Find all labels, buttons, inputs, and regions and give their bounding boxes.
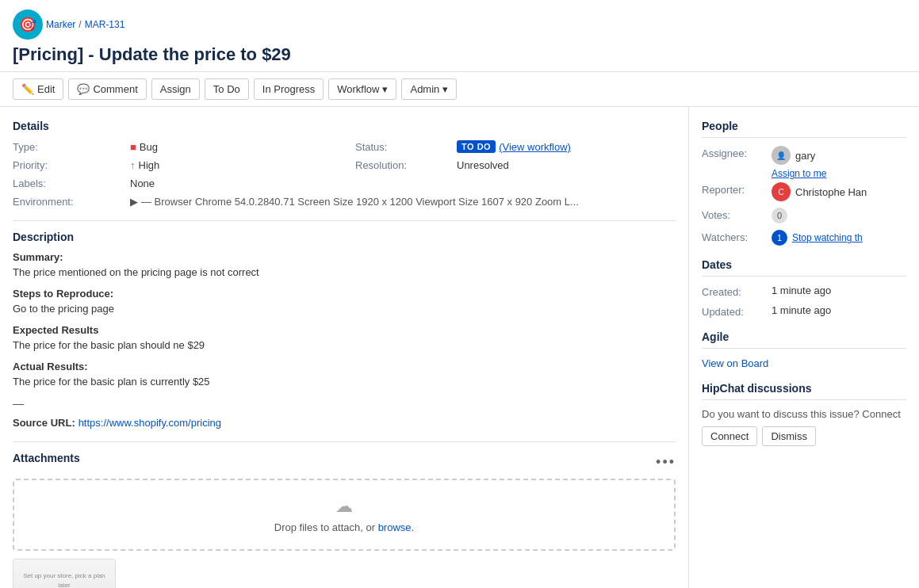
details-grid: Type: ■ Bug Status: TO DO (View workflow… — [13, 140, 676, 208]
drop-zone[interactable]: ☁ Drop files to attach, or browse. — [13, 479, 676, 551]
dates-section: Dates Created: 1 minute ago Updated: 1 m… — [702, 258, 906, 318]
details-section: Details Type: ■ Bug Status: TO DO (View … — [13, 120, 676, 208]
expected-text: The price for the basic plan should ne $… — [13, 339, 676, 351]
hipchat-title: HipChat discussions — [702, 382, 906, 400]
summary-label: Summary: — [13, 251, 676, 263]
todo-button[interactable]: To Do — [205, 78, 249, 100]
comment-button[interactable]: 💬 Comment — [68, 78, 146, 100]
assignee-row: Assignee: 👤 gary — [702, 146, 906, 165]
browse-link[interactable]: browse. — [378, 521, 415, 533]
breadcrumb-issue-link[interactable]: MAR-131 — [85, 19, 125, 30]
upload-icon: ☁ — [30, 496, 658, 517]
priority-value: ↑ High — [130, 159, 349, 171]
attachment-thumbnail[interactable]: Set up your store, pick a plan later — [13, 559, 116, 588]
people-section: People Assignee: 👤 gary Assign to me Rep… — [702, 120, 906, 246]
updated-value: 1 minute ago — [772, 304, 831, 316]
assign-to-me-link[interactable]: Assign to me — [772, 168, 906, 179]
dates-title: Dates — [702, 258, 906, 277]
environment-label: Environment: — [13, 196, 124, 208]
breadcrumb: 🎯 Marker / MAR-131 — [13, 10, 906, 40]
status-label: Status: — [355, 141, 450, 153]
source-url-row: Source URL: https://www.shopify.com/pric… — [13, 416, 676, 429]
watchers-badge: 1 — [772, 230, 787, 246]
comment-icon: 💬 — [77, 83, 90, 95]
type-value: ■ Bug — [130, 141, 349, 153]
in-progress-button[interactable]: In Progress — [254, 78, 324, 100]
hipchat-buttons: Connect Dismiss — [702, 426, 906, 446]
reporter-avatar: C — [772, 182, 791, 201]
header: 🎯 Marker / MAR-131 [Pricing] - Update th… — [0, 0, 919, 72]
source-url-link[interactable]: https://www.shopify.com/pricing — [78, 417, 221, 429]
attachments-title: Attachments — [13, 452, 80, 464]
watchers-value: 1 Stop watching th — [772, 230, 863, 246]
assignee-label: Assignee: — [702, 146, 765, 159]
main-content: Details Type: ■ Bug Status: TO DO (View … — [0, 107, 689, 588]
attachments-menu-button[interactable]: ••• — [656, 454, 676, 471]
bug-icon: ■ — [130, 141, 136, 153]
breadcrumb-project-link[interactable]: Marker — [46, 19, 75, 30]
view-on-board-link[interactable]: View on Board — [702, 357, 768, 369]
dash-separator: — — [13, 397, 676, 410]
reporter-label: Reporter: — [702, 182, 765, 196]
description-title: Description — [13, 231, 676, 243]
steps-label: Steps to Reproduce: — [13, 288, 676, 300]
summary-text: The price mentioned on the pricing page … — [13, 266, 676, 278]
created-value: 1 minute ago — [772, 284, 831, 296]
created-row: Created: 1 minute ago — [702, 284, 906, 298]
votes-value: 0 — [772, 208, 787, 223]
assign-button[interactable]: Assign — [151, 78, 200, 100]
content-wrapper: Details Type: ■ Bug Status: TO DO (View … — [0, 107, 919, 588]
votes-label: Votes: — [702, 208, 765, 221]
chevron-down-icon: ▾ — [382, 83, 388, 95]
toolbar: ✏️ Edit 💬 Comment Assign To Do In Progre… — [0, 72, 919, 107]
agile-title: Agile — [702, 330, 906, 349]
reporter-row: Reporter: C Christophe Han — [702, 182, 906, 201]
stop-watching-link[interactable]: Stop watching th — [792, 232, 863, 243]
reporter-value: C Christophe Han — [772, 182, 867, 201]
created-label: Created: — [702, 284, 765, 298]
connect-button[interactable]: Connect — [702, 426, 757, 446]
workflow-button[interactable]: Workflow ▾ — [328, 78, 396, 100]
hipchat-description: Do you want to discuss this issue? Conne… — [702, 408, 906, 420]
hipchat-section: HipChat discussions Do you want to discu… — [702, 382, 906, 446]
chevron-right-icon: ▶ — [130, 196, 138, 208]
drop-text: Drop files to attach, or — [274, 521, 375, 533]
expected-label: Expected Results — [13, 324, 676, 336]
labels-label: Labels: — [13, 178, 124, 189]
type-label: Type: — [13, 141, 124, 153]
description-section: Description Summary: The price mentioned… — [13, 231, 676, 429]
status-value: TO DO (View workflow) — [457, 140, 676, 153]
watchers-label: Watchers: — [702, 230, 765, 243]
votes-row: Votes: 0 — [702, 208, 906, 223]
attachments-header: Attachments ••• — [13, 452, 676, 472]
agile-section: Agile View on Board — [702, 330, 906, 369]
watchers-row: Watchers: 1 Stop watching th — [702, 230, 906, 246]
assignee-avatar: 👤 — [772, 146, 791, 165]
edit-button[interactable]: ✏️ Edit — [13, 78, 63, 100]
people-title: People — [702, 120, 906, 138]
updated-label: Updated: — [702, 304, 765, 318]
logo-icon: 🎯 — [13, 10, 43, 40]
labels-value: None — [130, 178, 349, 189]
actual-label: Actual Results: — [13, 361, 676, 372]
description-divider — [13, 441, 676, 442]
status-badge: TO DO — [457, 140, 496, 153]
attachments-section: Attachments ••• ☁ Drop files to attach, … — [13, 452, 676, 588]
actual-text: The price for the basic plan is currentl… — [13, 376, 676, 388]
edit-icon: ✏️ — [21, 83, 34, 95]
issue-title: [Pricing] - Update the price to $29 — [13, 44, 906, 65]
steps-text: Go to the pricing page — [13, 303, 676, 315]
resolution-value: Unresolved — [457, 159, 676, 171]
resolution-label: Resolution: — [355, 159, 450, 171]
dismiss-button[interactable]: Dismiss — [762, 426, 816, 446]
details-divider — [13, 220, 676, 221]
breadcrumb-separator: / — [78, 19, 81, 30]
environment-value: ▶ — Browser Chrome 54.0.2840.71 Screen S… — [130, 196, 676, 208]
priority-label: Priority: — [13, 159, 124, 171]
thumbnail-preview: Set up your store, pick a plan later — [13, 559, 115, 588]
chevron-down-icon: ▾ — [442, 83, 448, 95]
details-title: Details — [13, 120, 676, 132]
admin-button[interactable]: Admin ▾ — [401, 78, 457, 100]
priority-up-icon: ↑ — [130, 159, 136, 171]
view-workflow-link[interactable]: (View workflow) — [499, 141, 571, 153]
